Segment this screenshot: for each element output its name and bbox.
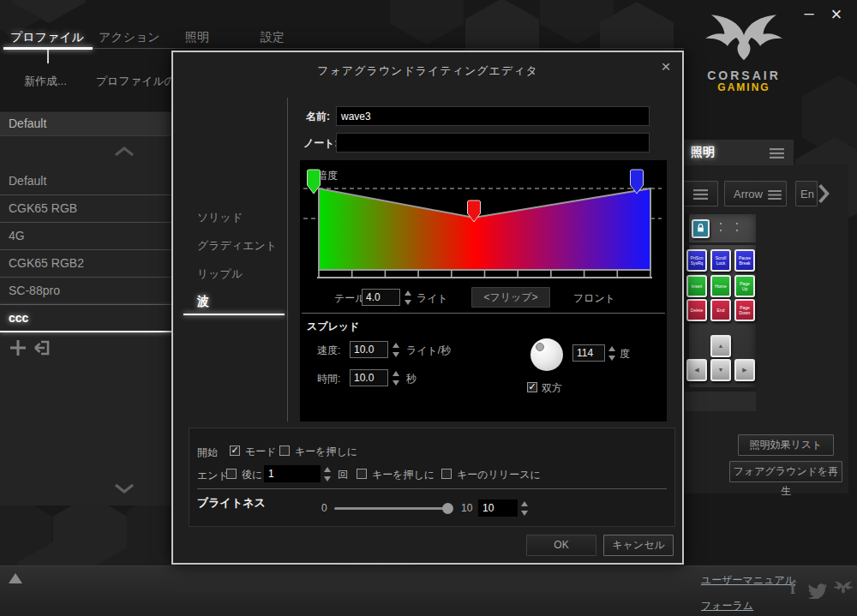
indicator-led <box>736 223 738 224</box>
key-home[interactable]: Home <box>710 275 731 297</box>
lighting-panel-tab[interactable]: 照明 <box>684 140 794 165</box>
knob-indicator-dot <box>536 343 544 351</box>
brightness-stepper[interactable] <box>520 500 529 517</box>
both-directions-label: 双方 <box>542 381 562 396</box>
tail-input[interactable] <box>362 289 400 306</box>
next-chevron-icon[interactable] <box>817 182 830 205</box>
brightness-slider-track[interactable] <box>334 507 447 510</box>
key-insert[interactable]: Insert <box>686 275 707 297</box>
key-pageup[interactable]: PageUp <box>734 275 755 297</box>
key-pagedown[interactable]: PageDown <box>734 299 755 321</box>
forum-link[interactable]: フォーラム <box>701 599 753 613</box>
tab-profile[interactable]: プロファイル <box>10 30 84 45</box>
brightness-slider-handle[interactable] <box>442 503 453 514</box>
end-keyrelease-label: キーのリリースに <box>457 468 541 482</box>
end-times-label: 回 <box>338 468 348 482</box>
key-pause[interactable]: PauseBreak <box>734 249 755 272</box>
key-delete[interactable]: Delete <box>686 299 707 321</box>
time-unit-label: 秒 <box>406 372 417 386</box>
profile-item-sc88pro[interactable]: SC-88pro <box>0 278 180 305</box>
profile-item-cgk65rgb[interactable]: CGK65 RGB <box>0 195 180 223</box>
profile-item-default[interactable]: Default <box>0 168 180 195</box>
close-window-button[interactable]: × <box>826 3 847 24</box>
ok-button[interactable]: OK <box>526 535 596 556</box>
tab-actions[interactable]: アクション <box>99 30 160 45</box>
indicator-led <box>720 230 722 231</box>
menu-item-ripple[interactable]: リップル <box>197 266 243 282</box>
tab-settings[interactable]: 設定 <box>261 30 285 45</box>
twitter-icon[interactable] <box>807 582 829 599</box>
tail-stepper[interactable] <box>404 290 412 306</box>
tail-unit-label: ライト <box>417 291 448 306</box>
key-arrow-left[interactable]: ◀ <box>686 359 707 381</box>
dialog-close-button[interactable]: × <box>656 57 675 76</box>
tab-lighting[interactable]: 照明 <box>185 30 209 45</box>
wave-gradient-area[interactable] <box>319 188 650 270</box>
keyboard-preview[interactable]: PrtScnSysRq ScrollLock PauseBreak Insert… <box>685 214 756 411</box>
speed-unit-label: ライト/秒 <box>406 344 451 358</box>
menu-active-underline <box>183 314 285 315</box>
time-input[interactable] <box>350 369 388 386</box>
profile-item-4g[interactable]: 4G <box>0 223 180 250</box>
angle-unit-label: 度 <box>620 347 630 362</box>
profiles-header[interactable]: Default <box>0 112 180 136</box>
name-input[interactable] <box>336 106 650 126</box>
scroll-down-icon[interactable] <box>113 482 135 494</box>
start-keypress-checkbox[interactable] <box>279 446 290 456</box>
speed-stepper[interactable] <box>392 342 400 358</box>
direction-knob[interactable] <box>530 338 563 371</box>
angle-stepper[interactable] <box>608 345 616 362</box>
key-arrow-right[interactable]: ▶ <box>734 359 755 381</box>
end-count-stepper[interactable] <box>323 466 332 482</box>
profile-item-ccc[interactable]: ccc <box>0 305 180 332</box>
time-stepper[interactable] <box>392 370 400 386</box>
cancel-button[interactable]: キャンセル <box>603 535 674 556</box>
speed-input[interactable] <box>350 341 388 358</box>
spread-title: スプレッド <box>307 320 359 334</box>
brightness-label: ブライトネス <box>197 495 266 511</box>
time-label: 時間: <box>317 372 340 386</box>
scroll-up-icon[interactable] <box>113 146 135 158</box>
end-after-checkbox[interactable] <box>226 469 237 479</box>
play-foreground-button[interactable]: フォアグラウンドを再生 <box>729 461 842 482</box>
end-label: エンド <box>197 469 229 483</box>
end-count-input[interactable] <box>264 465 321 482</box>
key-prtscn[interactable]: PrtScnSysRq <box>686 249 707 272</box>
subtab-profile-settings[interactable]: プロファイルの <box>96 74 176 89</box>
flip-button[interactable]: <フリップ> <box>471 287 550 308</box>
start-mode-checkbox[interactable] <box>230 446 240 456</box>
footer-expand-icon[interactable] <box>9 573 22 583</box>
both-directions-checkbox[interactable] <box>527 382 537 392</box>
device-dropdown[interactable]: Arrow <box>724 181 787 206</box>
slider-min-label: 0 <box>321 502 327 514</box>
menu-item-solid[interactable]: ソリッド <box>197 210 243 225</box>
lighting-effects-list-button[interactable]: 照明効果リスト <box>738 434 834 456</box>
import-profile-icon[interactable] <box>33 338 51 357</box>
win-lock-key[interactable] <box>692 219 710 238</box>
name-label: 名前: <box>306 110 330 124</box>
note-input[interactable] <box>336 133 650 153</box>
menu-item-wave[interactable]: 波 <box>197 294 209 309</box>
key-end[interactable]: End <box>710 299 731 321</box>
start-mode-label: モード <box>245 445 277 459</box>
key-arrow-up[interactable]: ▲ <box>710 335 731 357</box>
corsair-footer-icon[interactable] <box>831 578 855 597</box>
start-label: 開始 <box>197 446 218 460</box>
minimize-button[interactable]: – <box>800 3 818 22</box>
profile-item-cgk65rgb2[interactable]: CGK65 RGB2 <box>0 250 180 278</box>
key-arrow-down[interactable]: ▼ <box>710 359 731 381</box>
wave-gradient-editor[interactable] <box>300 160 667 289</box>
facebook-icon[interactable]: f <box>790 578 796 598</box>
foreground-lighting-dialog: フォアグラウンドライティングエディタ × 名前: ノート: ソリッド グラディエ… <box>171 51 684 565</box>
language-button[interactable]: En <box>795 181 818 206</box>
key-scrolllock[interactable]: ScrollLock <box>710 249 731 272</box>
add-profile-icon[interactable] <box>9 338 27 357</box>
user-manual-link[interactable]: ユーザーマニュアル <box>701 573 795 588</box>
end-keypress-checkbox[interactable] <box>357 469 367 479</box>
end-keyrelease-checkbox[interactable] <box>441 469 452 479</box>
menu-item-gradient[interactable]: グラディエント <box>197 238 277 254</box>
subtab-new[interactable]: 新作成... <box>24 74 67 89</box>
angle-input[interactable] <box>572 344 605 362</box>
brightness-input[interactable] <box>478 499 518 517</box>
panel-menu-icon[interactable] <box>770 148 784 158</box>
